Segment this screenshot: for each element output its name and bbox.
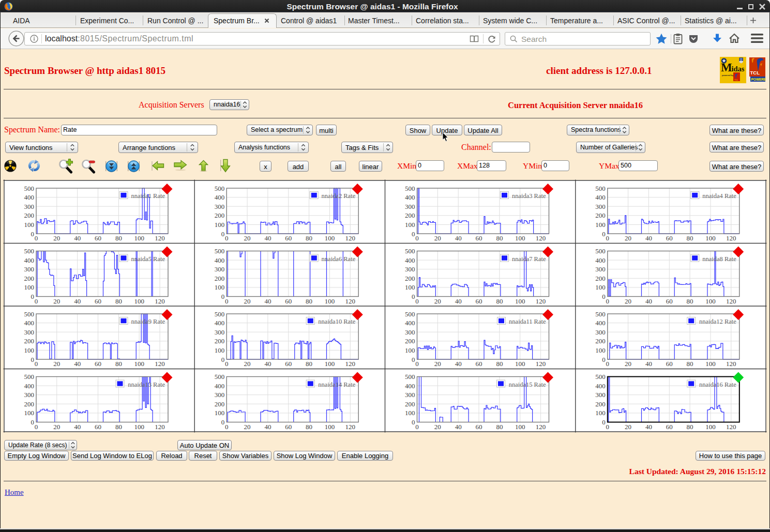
svg-text:200: 200	[595, 274, 606, 282]
svg-text:100: 100	[405, 409, 415, 417]
svg-text:300: 300	[405, 328, 415, 336]
svg-text:0: 0	[31, 418, 35, 426]
svg-text:0: 0	[602, 418, 606, 426]
svg-text:POWERED: POWERED	[751, 78, 766, 81]
svg-text:200: 200	[595, 337, 606, 345]
svg-text:200: 200	[405, 337, 415, 345]
svg-text:200: 200	[595, 211, 606, 219]
svg-text:nnaida13 Rate: nnaida13 Rate	[128, 381, 165, 388]
svg-text:120: 120	[726, 422, 736, 430]
svg-text:100: 100	[215, 220, 225, 228]
svg-text:80: 80	[306, 422, 312, 430]
svg-text:300: 300	[405, 202, 415, 210]
svg-text:300: 300	[215, 328, 225, 336]
svg-text:100: 100	[215, 283, 225, 291]
svg-text:80: 80	[687, 422, 693, 430]
svg-text:200: 200	[215, 211, 225, 219]
svg-text:400: 400	[405, 193, 415, 201]
svg-text:400: 400	[24, 319, 35, 327]
svg-text:120: 120	[726, 360, 736, 368]
svg-text:100: 100	[595, 220, 606, 228]
svg-text:100: 100	[405, 220, 415, 228]
svg-text:0: 0	[31, 230, 35, 237]
svg-text:120: 120	[345, 234, 356, 242]
svg-text:100: 100	[515, 360, 525, 368]
svg-text:powered by: powered by	[722, 74, 734, 77]
svg-text:80: 80	[687, 234, 693, 242]
svg-text:0: 0	[31, 293, 35, 300]
svg-text:100: 100	[405, 346, 415, 354]
svg-text:500: 500	[24, 310, 35, 317]
svg-text:300: 300	[24, 265, 35, 273]
svg-text:300: 300	[595, 328, 606, 336]
svg-text:60: 60	[95, 360, 101, 368]
svg-text:200: 200	[24, 211, 35, 219]
svg-text:0: 0	[225, 360, 229, 368]
svg-text:100: 100	[24, 346, 35, 354]
svg-text:0: 0	[35, 422, 38, 430]
svg-text:80: 80	[496, 422, 503, 430]
svg-text:100: 100	[515, 234, 525, 242]
svg-text:100: 100	[515, 297, 525, 305]
svg-text:20: 20	[53, 297, 60, 305]
svg-text:80: 80	[496, 234, 503, 242]
svg-text:100: 100	[325, 422, 335, 430]
svg-text:400: 400	[215, 256, 225, 264]
svg-text:20: 20	[625, 297, 631, 305]
svg-text:TCL: TCL	[734, 79, 738, 81]
svg-text:20: 20	[625, 234, 631, 242]
svg-text:20: 20	[53, 422, 60, 430]
svg-text:500: 500	[405, 310, 415, 317]
svg-text:nnaida9 Rate: nnaida9 Rate	[131, 318, 165, 325]
svg-text:40: 40	[74, 422, 81, 430]
svg-text:100: 100	[134, 360, 144, 368]
svg-text:100: 100	[705, 360, 716, 368]
svg-text:0: 0	[415, 360, 419, 368]
svg-text:80: 80	[306, 234, 312, 242]
svg-text:300: 300	[215, 391, 225, 399]
svg-text:300: 300	[595, 391, 606, 399]
svg-text:120: 120	[155, 234, 165, 242]
svg-text:200: 200	[24, 400, 35, 407]
svg-text:60: 60	[95, 234, 101, 242]
svg-text:idas: idas	[732, 65, 745, 73]
svg-text:100: 100	[325, 297, 335, 305]
svg-text:500: 500	[215, 184, 225, 192]
svg-text:40: 40	[645, 360, 652, 368]
svg-text:100: 100	[24, 409, 35, 417]
svg-text:500: 500	[595, 184, 606, 192]
svg-text:0: 0	[412, 355, 415, 363]
svg-text:120: 120	[345, 297, 356, 305]
svg-text:400: 400	[215, 319, 225, 327]
svg-text:0: 0	[221, 355, 225, 363]
svg-text:nnaida16 Rate: nnaida16 Rate	[699, 381, 736, 388]
svg-text:nnaida6 Rate: nnaida6 Rate	[322, 255, 356, 262]
svg-text:0: 0	[412, 418, 415, 426]
svg-text:100: 100	[134, 297, 144, 305]
svg-text:100: 100	[24, 283, 35, 291]
svg-text:400: 400	[595, 256, 606, 264]
svg-text:20: 20	[434, 422, 441, 430]
svg-text:TCL: TCL	[750, 70, 760, 75]
svg-text:80: 80	[496, 297, 503, 305]
svg-text:40: 40	[264, 422, 271, 430]
svg-text:100: 100	[595, 283, 606, 291]
svg-text:400: 400	[24, 382, 35, 389]
svg-text:100: 100	[705, 297, 716, 305]
svg-text:400: 400	[595, 193, 606, 201]
svg-text:120: 120	[726, 234, 736, 242]
svg-text:120: 120	[155, 422, 165, 430]
svg-text:40: 40	[455, 360, 462, 368]
svg-text:60: 60	[476, 360, 482, 368]
svg-text:40: 40	[264, 360, 271, 368]
svg-text:40: 40	[74, 297, 81, 305]
svg-text:nnaida4 Rate: nnaida4 Rate	[702, 192, 736, 200]
svg-text:100: 100	[325, 234, 335, 242]
svg-text:0: 0	[415, 422, 419, 430]
svg-text:0: 0	[602, 230, 606, 237]
svg-text:100: 100	[215, 409, 225, 417]
svg-text:0: 0	[606, 422, 610, 430]
svg-text:500: 500	[595, 310, 606, 317]
svg-text:60: 60	[95, 297, 101, 305]
svg-text:200: 200	[405, 400, 415, 407]
